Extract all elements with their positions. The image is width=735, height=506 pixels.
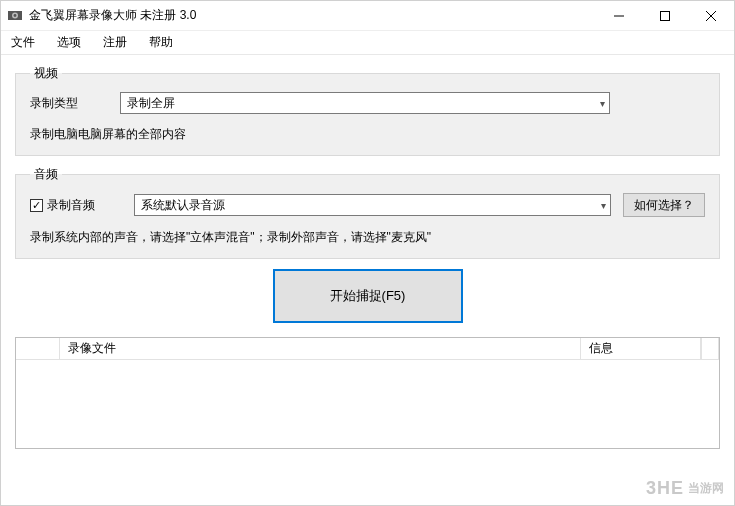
menu-options[interactable]: 选项 bbox=[53, 32, 85, 53]
capture-button-wrap: 开始捕捉(F5) bbox=[15, 269, 720, 323]
list-body bbox=[16, 360, 719, 448]
app-icon bbox=[7, 8, 23, 24]
record-type-value: 录制全屏 bbox=[127, 95, 175, 112]
audio-group: 音频 ✓ 录制音频 系统默认录音源 ▾ 如何选择？ 录制系统内部的声音，请选择"… bbox=[15, 166, 720, 259]
record-type-label: 录制类型 bbox=[30, 95, 108, 112]
video-desc: 录制电脑电脑屏幕的全部内容 bbox=[30, 122, 705, 143]
recordings-list[interactable]: 录像文件 信息 bbox=[15, 337, 720, 449]
list-header: 录像文件 信息 bbox=[16, 338, 719, 360]
start-capture-button[interactable]: 开始捕捉(F5) bbox=[273, 269, 463, 323]
record-audio-checkbox[interactable]: ✓ 录制音频 bbox=[30, 197, 122, 214]
minimize-button[interactable] bbox=[596, 1, 642, 31]
record-audio-label: 录制音频 bbox=[47, 197, 95, 214]
client-area: 视频 录制类型 录制全屏 ▾ 录制电脑电脑屏幕的全部内容 音频 ✓ 录制音频 系… bbox=[1, 55, 734, 323]
record-type-select[interactable]: 录制全屏 ▾ bbox=[120, 92, 610, 114]
audio-desc: 录制系统内部的声音，请选择"立体声混音"；录制外部声音，请选择"麦克风" bbox=[30, 225, 705, 246]
window-title: 金飞翼屏幕录像大师 未注册 3.0 bbox=[29, 7, 196, 24]
watermark: 3HE 当游网 bbox=[646, 478, 724, 499]
menu-register[interactable]: 注册 bbox=[99, 32, 131, 53]
menu-bar: 文件 选项 注册 帮助 bbox=[1, 31, 734, 55]
video-group: 视频 录制类型 录制全屏 ▾ 录制电脑电脑屏幕的全部内容 bbox=[15, 65, 720, 156]
watermark-site: 当游网 bbox=[688, 480, 724, 497]
menu-help[interactable]: 帮助 bbox=[145, 32, 177, 53]
chevron-down-icon: ▾ bbox=[600, 98, 605, 109]
audio-legend: 音频 bbox=[30, 166, 62, 183]
menu-file[interactable]: 文件 bbox=[7, 32, 39, 53]
checkbox-icon: ✓ bbox=[30, 199, 43, 212]
list-col-info[interactable]: 信息 bbox=[581, 338, 701, 359]
audio-source-select[interactable]: 系统默认录音源 ▾ bbox=[134, 194, 611, 216]
list-col-scroll[interactable] bbox=[701, 338, 719, 359]
video-legend: 视频 bbox=[30, 65, 62, 82]
list-col-file[interactable]: 录像文件 bbox=[60, 338, 581, 359]
list-col-blank[interactable] bbox=[16, 338, 60, 359]
chevron-down-icon: ▾ bbox=[601, 200, 606, 211]
how-to-choose-label: 如何选择？ bbox=[634, 197, 694, 214]
close-button[interactable] bbox=[688, 1, 734, 31]
svg-point-2 bbox=[14, 14, 17, 17]
svg-rect-4 bbox=[661, 11, 670, 20]
window-controls bbox=[596, 1, 734, 31]
how-to-choose-button[interactable]: 如何选择？ bbox=[623, 193, 705, 217]
title-bar: 金飞翼屏幕录像大师 未注册 3.0 bbox=[1, 1, 734, 31]
maximize-button[interactable] bbox=[642, 1, 688, 31]
audio-source-value: 系统默认录音源 bbox=[141, 197, 225, 214]
start-capture-label: 开始捕捉(F5) bbox=[330, 287, 406, 305]
watermark-brand: 3HE bbox=[646, 478, 684, 499]
